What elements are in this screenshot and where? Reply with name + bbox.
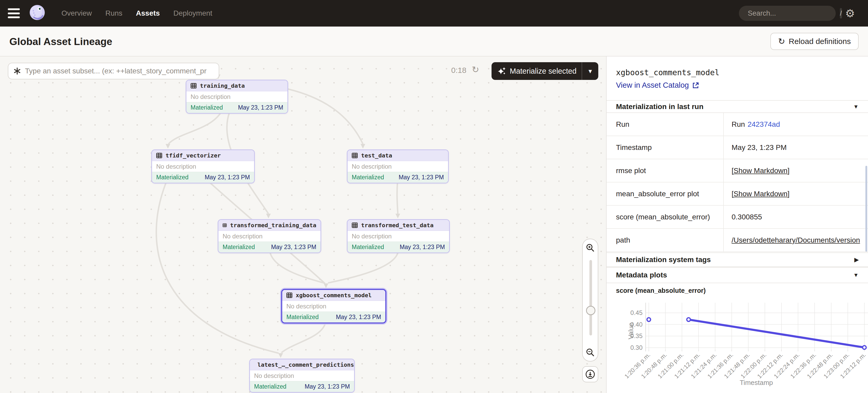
asset-node-test-data[interactable]: test_data No description MaterializedMay… xyxy=(347,150,449,184)
materialized-time: May 23, 1:23 PM xyxy=(305,383,350,390)
svg-text:0.45: 0.45 xyxy=(630,309,643,316)
table-row-timestamp: Timestamp May 23, 1:23 PM xyxy=(607,136,868,159)
asset-node-training-data[interactable]: training_data No description Materialize… xyxy=(186,79,288,114)
dagster-app: Overview Runs Assets Deployment / ⚙ Glob… xyxy=(0,0,868,393)
table-icon xyxy=(156,153,162,158)
search-shortcut-badge: / xyxy=(840,8,842,19)
dagster-logo[interactable] xyxy=(28,4,46,23)
svg-text:0.30: 0.30 xyxy=(630,344,643,351)
chevron-down-icon: ▼ xyxy=(853,104,859,110)
materialize-dropdown-caret[interactable]: ▾ xyxy=(582,62,598,80)
asset-node-xgboost-comments-model[interactable]: xgboost_comments_model No description Ma… xyxy=(281,289,386,324)
asset-name: training_data xyxy=(200,83,245,89)
asset-graph-pane[interactable]: 0:18 ↻ Materialize selected ▾ training_d… xyxy=(0,57,607,393)
nav-item-assets[interactable]: Assets xyxy=(136,9,160,18)
global-search[interactable]: / xyxy=(739,6,836,21)
view-in-asset-catalog-link[interactable]: View in Asset Catalog xyxy=(616,81,699,90)
plot-title: score (mean_absolute_error) xyxy=(616,287,706,294)
nav-item-runs[interactable]: Runs xyxy=(105,9,122,18)
page-header: Global Asset Lineage ↻ Reload definition… xyxy=(0,27,868,57)
zoom-out-button[interactable] xyxy=(586,344,595,361)
panel-asset-title: xgboost_comments_model xyxy=(616,68,719,77)
svg-text:Timestamp: Timestamp xyxy=(740,379,773,387)
status-badge: Materialized xyxy=(223,243,255,251)
asset-name: tfidf_vectorizer xyxy=(165,152,221,159)
svg-text:Value: Value xyxy=(627,323,635,339)
table-icon xyxy=(286,293,292,298)
table-row-path: path /Users/odetteharary/Documents/versi… xyxy=(607,229,868,252)
asset-filter-icon xyxy=(13,67,21,75)
section-metadata-plots[interactable]: Metadata plots ▼ xyxy=(607,267,868,283)
run-id-link[interactable]: 242374ad xyxy=(747,120,780,129)
zoom-slider-track[interactable] xyxy=(589,260,592,335)
asset-name: test_data xyxy=(361,152,392,159)
zoom-slider[interactable] xyxy=(583,256,598,344)
asset-name: transformed_training_data xyxy=(230,222,316,229)
status-badge: Materialized xyxy=(352,174,384,181)
nav-menu: Overview Runs Assets Deployment xyxy=(61,9,212,18)
asset-node-tfidf-vectorizer[interactable]: tfidf_vectorizer No description Material… xyxy=(151,150,255,184)
table-icon xyxy=(191,83,196,89)
hamburger-menu-icon[interactable] xyxy=(8,8,20,18)
materialized-time: May 23, 1:23 PM xyxy=(399,174,444,181)
status-badge: Materialized xyxy=(286,314,319,321)
status-badge: Materialized xyxy=(191,104,223,111)
asset-node-transformed-test-data[interactable]: transformed_test_data No description Mat… xyxy=(347,219,450,253)
search-input[interactable] xyxy=(748,9,840,18)
materialized-time: May 23, 1:23 PM xyxy=(205,174,250,181)
refresh-timer: 0:18 xyxy=(451,66,466,75)
score-chart: 1:20:36 p.m.1:20:48 p.m.1:21:00 p.m.1:21… xyxy=(607,298,868,393)
table-row-rmse-plot: rmse plot [Show Markdown] xyxy=(607,159,868,183)
section-materialization-last-run[interactable]: Materialization in last run ▼ xyxy=(607,100,868,113)
asset-node-latest-comment-predictions[interactable]: latest_…_comment_predictions No descript… xyxy=(249,359,355,393)
asset-name: transformed_test_data xyxy=(361,222,433,229)
materialize-selected-main[interactable]: Materialize selected xyxy=(492,67,582,75)
reload-definitions-button[interactable]: ↻ Reload definitions xyxy=(770,33,859,50)
asset-description: No description xyxy=(152,161,254,172)
table-icon xyxy=(352,223,358,228)
table-icon xyxy=(223,223,227,228)
asset-subset-input[interactable] xyxy=(25,67,214,75)
materialized-time: May 23, 1:23 PM xyxy=(271,243,316,251)
status-badge: Materialized xyxy=(156,174,188,181)
asset-description: No description xyxy=(347,231,449,241)
section-materialization-system-tags[interactable]: Materialization system tags ▶ xyxy=(607,253,868,267)
table-row-score: score (mean_absolute_error) 0.300855 xyxy=(607,206,868,229)
asset-node-transformed-training-data[interactable]: transformed_training_data No description… xyxy=(218,219,321,253)
table-icon xyxy=(352,153,358,158)
show-markdown-link-mae[interactable]: [Show Markdown] xyxy=(732,190,789,198)
zoom-in-button[interactable] xyxy=(586,239,595,256)
asset-name: latest_…_comment_predictions xyxy=(257,361,354,368)
materialized-time: May 23, 1:23 PM xyxy=(336,314,381,321)
materialize-selected-button[interactable]: Materialize selected ▾ xyxy=(492,62,598,80)
gear-icon[interactable]: ⚙ xyxy=(845,7,855,20)
table-row-run: Run Run242374ad xyxy=(607,113,868,136)
asset-description: No description xyxy=(250,370,354,381)
asset-name: xgboost_comments_model xyxy=(296,292,372,298)
sparkle-icon xyxy=(497,67,506,75)
panel-scrollbar[interactable] xyxy=(865,166,867,252)
reload-icon: ↻ xyxy=(778,37,785,45)
status-badge: Materialized xyxy=(352,243,384,251)
download-graph-button[interactable] xyxy=(582,366,598,382)
materialized-time: May 23, 1:23 PM xyxy=(400,243,445,251)
top-nav: Overview Runs Assets Deployment / ⚙ xyxy=(0,0,868,27)
page-title: Global Asset Lineage xyxy=(9,36,112,47)
nav-item-deployment[interactable]: Deployment xyxy=(174,9,212,18)
asset-detail-panel: xgboost_comments_model View in Asset Cat… xyxy=(607,57,868,393)
zoom-controls xyxy=(582,239,598,361)
refresh-icon[interactable]: ↻ xyxy=(472,64,479,75)
asset-description: No description xyxy=(282,301,385,312)
materialized-time: May 23, 1:23 PM xyxy=(238,104,283,111)
download-icon xyxy=(585,369,596,380)
nav-item-overview[interactable]: Overview xyxy=(61,9,92,18)
external-link-icon xyxy=(692,82,699,89)
table-row-mae-plot: mean_absolute_error plot [Show Markdown] xyxy=(607,183,868,206)
asset-subset-filter[interactable] xyxy=(8,63,219,79)
metadata-table: Run Run242374ad Timestamp May 23, 1:23 P… xyxy=(607,113,868,252)
status-badge: Materialized xyxy=(254,383,286,390)
zoom-slider-handle[interactable] xyxy=(586,306,595,315)
path-link[interactable]: /Users/odetteharary/Documents/version xyxy=(732,236,860,244)
zoom-out-icon xyxy=(586,348,595,357)
show-markdown-link-rmse[interactable]: [Show Markdown] xyxy=(732,167,789,175)
